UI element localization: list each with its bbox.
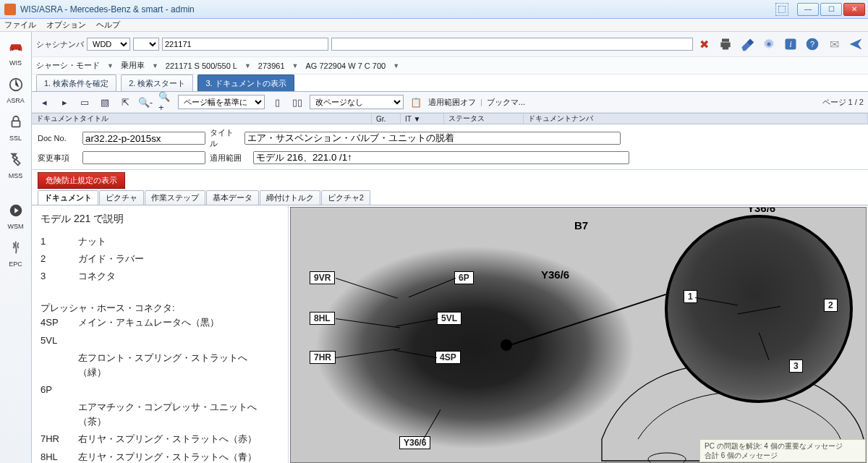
- next-page-icon[interactable]: ▸: [56, 95, 72, 109]
- paging-select[interactable]: 改ページなし: [310, 95, 404, 109]
- title-label: タイトル: [210, 127, 240, 149]
- col-status[interactable]: ステータス: [444, 114, 524, 124]
- wsm-label: WSM: [8, 223, 24, 230]
- scope-label: 適用範囲: [210, 153, 249, 163]
- doc-fields: Doc No. タイトル 変更事項 適用範囲: [32, 124, 868, 170]
- view-mode-select[interactable]: ページ幅を基準に: [178, 95, 265, 109]
- chassis-prefix-select[interactable]: WDD: [87, 38, 130, 51]
- bookmark-link[interactable]: ブックマ...: [487, 97, 525, 108]
- menubar: ファイル オプション ヘルプ: [0, 19, 868, 32]
- change-input[interactable]: [82, 151, 205, 164]
- step-3[interactable]: 3. ドキュメントの表示: [197, 75, 294, 91]
- menu-options[interactable]: オプション: [46, 20, 86, 30]
- danger-button[interactable]: 危険防止規定の表示: [38, 172, 125, 189]
- svg-text:?: ?: [810, 40, 814, 48]
- ruler-icon[interactable]: ⇱: [117, 95, 133, 109]
- image-pane: 9VR 6P 8HL 5VL 7HR 4SP Y36/6: [289, 205, 868, 463]
- chassis-row: シャシナンバ WDD ✖ i ?: [32, 32, 868, 57]
- svg-text:i: i: [789, 40, 791, 49]
- callout-9vr: 9VR: [310, 271, 335, 284]
- callout-5vl: 5VL: [437, 312, 461, 325]
- tab-picture[interactable]: ピクチャ: [99, 190, 144, 205]
- page-single-icon[interactable]: ▯: [269, 95, 285, 109]
- chassis-long-input[interactable]: [331, 38, 693, 51]
- wis-label: WIS: [9, 59, 22, 67]
- inset-callout-3: 3: [789, 360, 803, 373]
- detail-inset: Y36/6 1 2 3: [665, 215, 853, 403]
- chassis-sub-select[interactable]: [133, 38, 159, 51]
- col-gr[interactable]: Gr.: [372, 114, 401, 124]
- callout-8hl: 8HL: [310, 312, 335, 325]
- epc-icon[interactable]: [5, 237, 27, 259]
- vin-input[interactable]: [162, 38, 328, 51]
- col-docno[interactable]: ドキュメントナンバ: [524, 114, 868, 124]
- step-1[interactable]: 1. 検索条件を確定: [36, 75, 116, 91]
- menu-file[interactable]: ファイル: [4, 20, 36, 30]
- minimize-button[interactable]: —: [797, 3, 819, 16]
- status-tray[interactable]: PC の問題を解決: 4 個の重要なメッセージ 合計 6 個のメッセージ: [699, 439, 866, 462]
- app-icon: [4, 4, 16, 15]
- col-title[interactable]: ドキュメントタイトル: [32, 114, 372, 124]
- zoom-in-icon[interactable]: 🔍+: [158, 95, 174, 109]
- info-icon[interactable]: i: [783, 36, 799, 52]
- asra-icon[interactable]: [5, 74, 27, 95]
- label-b7: B7: [574, 219, 588, 232]
- crumb-1[interactable]: 221171 S 500/550 L: [166, 61, 237, 70]
- scope-input[interactable]: [253, 151, 629, 164]
- text-pane: モデル 221 で説明 1ナット 2ガイド・ラバー 3コネクタ プレッシャ・ホー…: [32, 205, 289, 463]
- callout-6p: 6P: [454, 271, 474, 284]
- label-y366r: Y36/6: [541, 268, 569, 281]
- svg-point-1: [18, 48, 20, 51]
- ssl-icon[interactable]: [5, 111, 27, 133]
- eraser-icon[interactable]: [739, 36, 755, 52]
- tab-basedata[interactable]: 基本データ: [206, 190, 259, 205]
- doc-toolbar: ◂ ▸ ▭ ▧ ⇱ 🔍- 🔍+ ページ幅を基準に ▯ ▯▯ 改ページなし 📋 適…: [32, 92, 868, 113]
- svg-point-0: [12, 48, 14, 51]
- settings-icon[interactable]: [761, 36, 777, 52]
- tab-worksteps[interactable]: 作業ステップ: [145, 190, 205, 205]
- callout-4sp: 4SP: [435, 351, 461, 364]
- tool-2-icon[interactable]: ▧: [97, 95, 113, 109]
- crumb-3[interactable]: AG 722904 W 7 C 700: [306, 61, 386, 70]
- menu-help[interactable]: ヘルプ: [96, 20, 120, 30]
- technical-photo: 9VR 6P 8HL 5VL 7HR 4SP Y36/6: [290, 207, 867, 463]
- delete-icon[interactable]: ✖: [696, 36, 712, 52]
- layout-grid-icon[interactable]: [775, 3, 788, 16]
- mail-icon[interactable]: ✉: [826, 36, 842, 52]
- step-tabs: 1. 検索条件を確定 2. 検索スタート 3. ドキュメントの表示: [32, 75, 868, 92]
- docno-input[interactable]: [82, 132, 205, 145]
- prev-page-icon[interactable]: ◂: [36, 95, 52, 109]
- asra-label: ASRA: [7, 97, 25, 104]
- tab-picture2[interactable]: ピクチャ2: [321, 190, 370, 205]
- help-icon[interactable]: ?: [804, 36, 820, 52]
- mode-label[interactable]: シャーシ・モード: [36, 60, 100, 71]
- callout-7hr: 7HR: [310, 351, 336, 364]
- wis-icon[interactable]: [5, 36, 27, 58]
- crumb-0[interactable]: 乗用車: [121, 60, 145, 71]
- maximize-button[interactable]: ☐: [820, 3, 842, 16]
- callout-y366l: Y36/6: [399, 436, 430, 449]
- wsm-icon[interactable]: [5, 200, 27, 221]
- status-line-2: 合計 6 個のメッセージ: [705, 451, 861, 460]
- zoom-out-icon[interactable]: 🔍-: [137, 95, 153, 109]
- tool-1-icon[interactable]: ▭: [77, 95, 93, 109]
- print-icon[interactable]: [718, 36, 733, 52]
- send-icon[interactable]: [848, 36, 864, 52]
- svg-point-11: [648, 453, 686, 463]
- copy-icon[interactable]: 📋: [408, 95, 424, 109]
- page-double-icon[interactable]: ▯▯: [289, 95, 305, 109]
- docno-label: Doc No.: [38, 134, 78, 143]
- close-button[interactable]: ✕: [843, 3, 865, 16]
- document-body: モデル 221 で説明 1ナット 2ガイド・ラバー 3コネクタ プレッシャ・ホー…: [32, 205, 868, 463]
- tab-torque[interactable]: 締付けトルク: [260, 190, 320, 205]
- crumb-2[interactable]: 273961: [258, 61, 285, 70]
- mss-icon[interactable]: [5, 149, 27, 171]
- title-input[interactable]: [244, 132, 621, 145]
- col-it[interactable]: IT ▼: [401, 114, 444, 124]
- chassis-label: シャシナンバ: [36, 39, 84, 50]
- scope-toggle[interactable]: 適用範囲オフ: [428, 97, 476, 108]
- step-2[interactable]: 2. 検索スタート: [121, 75, 193, 91]
- doc-tabs: ドキュメント ピクチャ 作業ステップ 基本データ 締付けトルク ピクチャ2: [32, 189, 868, 205]
- tab-document[interactable]: ドキュメント: [38, 190, 98, 205]
- page-indicator: ページ 1 / 2: [822, 97, 864, 108]
